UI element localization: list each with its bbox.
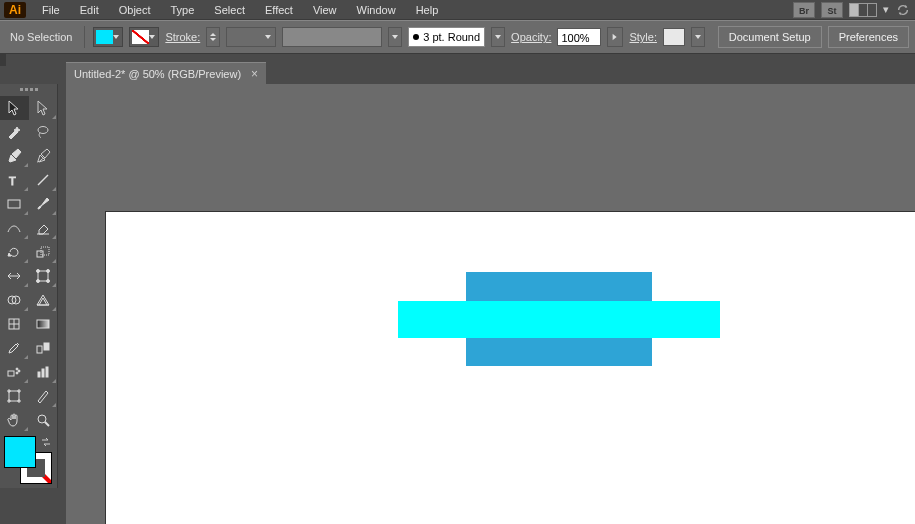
type-tool[interactable]: T — [0, 168, 29, 192]
opacity-field[interactable]: 100% — [557, 28, 601, 46]
panel-grip[interactable] — [0, 88, 57, 94]
shape-builder-tool[interactable] — [0, 288, 29, 312]
lasso-tool[interactable] — [29, 120, 58, 144]
fill-indicator[interactable] — [4, 436, 36, 468]
artboard-tool[interactable] — [0, 384, 29, 408]
stock-switch[interactable]: St — [821, 2, 843, 18]
curvature-tool[interactable] — [29, 144, 58, 168]
svg-rect-17 — [8, 371, 14, 376]
blend-tool[interactable] — [29, 336, 58, 360]
shaper-tool[interactable] — [0, 216, 29, 240]
tools-panel: T — [0, 84, 58, 488]
eraser-tool[interactable] — [29, 216, 58, 240]
rectangle-tool[interactable] — [0, 192, 29, 216]
variable-width-profile[interactable] — [282, 27, 382, 47]
graphic-style-swatch[interactable] — [663, 28, 685, 46]
brush-name: 3 pt. Round — [423, 31, 480, 43]
stroke-swatch[interactable] — [129, 27, 159, 47]
chevron-down-icon — [113, 35, 119, 39]
document-setup-button[interactable]: Document Setup — [718, 26, 822, 48]
selection-status: No Selection — [6, 31, 76, 43]
svg-point-8 — [46, 270, 49, 273]
svg-rect-14 — [37, 320, 49, 328]
rotate-tool[interactable] — [0, 240, 29, 264]
svg-line-26 — [45, 422, 49, 426]
mesh-tool[interactable] — [0, 312, 29, 336]
document-tab[interactable]: Untitled-2* @ 50% (RGB/Preview) × — [66, 62, 266, 84]
scale-tool[interactable] — [29, 240, 58, 264]
app-logo: Ai — [4, 2, 26, 18]
canvas-area[interactable] — [66, 84, 915, 524]
slice-tool[interactable] — [29, 384, 58, 408]
svg-rect-24 — [9, 391, 19, 401]
svg-point-0 — [38, 127, 48, 134]
svg-point-20 — [16, 372, 18, 374]
selection-tool[interactable] — [0, 96, 29, 120]
svg-point-25 — [38, 415, 46, 423]
arrange-documents[interactable] — [849, 3, 877, 17]
sync-icon[interactable] — [895, 2, 911, 18]
menu-file[interactable]: File — [32, 2, 70, 18]
svg-rect-6 — [38, 271, 48, 281]
pen-tool[interactable] — [0, 144, 29, 168]
svg-rect-22 — [42, 369, 44, 377]
menu-select[interactable]: Select — [204, 2, 255, 18]
svg-rect-16 — [44, 343, 49, 350]
perspective-grid-tool[interactable] — [29, 288, 58, 312]
chevron-down-icon — [149, 35, 155, 39]
svg-point-19 — [18, 370, 20, 372]
opacity-label[interactable]: Opacity: — [511, 31, 551, 43]
svg-point-7 — [36, 270, 39, 273]
style-label[interactable]: Style: — [629, 31, 657, 43]
column-graph-tool[interactable] — [29, 360, 58, 384]
symbol-sprayer-tool[interactable] — [0, 360, 29, 384]
close-icon[interactable]: × — [251, 68, 258, 80]
stroke-none-icon — [132, 30, 149, 44]
stroke-weight-stepper[interactable] — [206, 27, 220, 47]
document-tab-title: Untitled-2* @ 50% (RGB/Preview) — [74, 68, 241, 80]
svg-rect-23 — [46, 367, 48, 377]
fill-color-icon — [96, 30, 113, 44]
workspace-caret-icon[interactable]: ▾ — [883, 3, 889, 16]
menu-object[interactable]: Object — [109, 2, 161, 18]
bridge-switch[interactable]: Br — [793, 2, 815, 18]
hand-tool[interactable] — [0, 408, 29, 432]
menu-view[interactable]: View — [303, 2, 347, 18]
direct-selection-tool[interactable] — [29, 96, 58, 120]
width-tool[interactable] — [0, 264, 29, 288]
vwp-dropdown[interactable] — [388, 27, 402, 47]
style-dropdown[interactable] — [691, 27, 705, 47]
stroke-label[interactable]: Stroke: — [165, 31, 200, 43]
menu-type[interactable]: Type — [161, 2, 205, 18]
zoom-tool[interactable] — [29, 408, 58, 432]
svg-point-9 — [36, 280, 39, 283]
opacity-flyout[interactable] — [607, 27, 623, 47]
line-segment-tool[interactable] — [29, 168, 58, 192]
gradient-tool[interactable] — [29, 312, 58, 336]
svg-point-18 — [16, 368, 18, 370]
eyedropper-tool[interactable] — [0, 336, 29, 360]
swap-fill-stroke-icon[interactable] — [40, 436, 52, 448]
document-tab-bar: Untitled-2* @ 50% (RGB/Preview) × — [66, 60, 915, 84]
svg-rect-4 — [37, 251, 43, 257]
shape-rect-cyan[interactable] — [398, 301, 720, 338]
brush-dropdown[interactable] — [491, 27, 505, 47]
brush-definition[interactable]: 3 pt. Round — [408, 27, 485, 47]
preferences-button[interactable]: Preferences — [828, 26, 909, 48]
paintbrush-tool[interactable] — [29, 192, 58, 216]
free-transform-tool[interactable] — [29, 264, 58, 288]
svg-point-10 — [46, 280, 49, 283]
menu-effect[interactable]: Effect — [255, 2, 303, 18]
fill-stroke-indicator[interactable] — [4, 436, 54, 484]
stroke-weight-combo[interactable] — [226, 27, 276, 47]
panel-dock-grip[interactable] — [0, 54, 6, 66]
magic-wand-tool[interactable] — [0, 120, 29, 144]
artboard[interactable] — [106, 212, 915, 524]
svg-line-2 — [38, 175, 48, 185]
fill-swatch[interactable] — [93, 27, 123, 47]
menu-window[interactable]: Window — [347, 2, 406, 18]
menu-help[interactable]: Help — [406, 2, 449, 18]
menu-edit[interactable]: Edit — [70, 2, 109, 18]
svg-rect-3 — [8, 200, 20, 208]
svg-rect-15 — [37, 346, 42, 353]
